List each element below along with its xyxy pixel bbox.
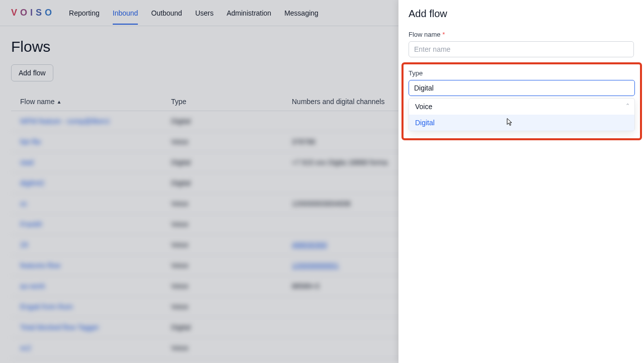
add-flow-panel: Add flow Flow name * Type Digital ⌃ Voic… [398,0,644,363]
type-highlight: Type Digital ⌃ Voice Digital [401,62,642,140]
type-option-digital[interactable]: Digital [409,115,634,131]
type-select-control[interactable]: Digital [409,80,635,96]
panel-title: Add flow [409,8,634,20]
flow-name-label: Flow name * [409,31,634,38]
type-dropdown: Voice Digital [409,98,635,131]
cursor-icon [506,118,514,129]
type-select: Digital ⌃ Voice Digital [409,80,635,131]
type-select-value: Digital [414,84,434,92]
type-option-voice[interactable]: Voice [409,99,634,115]
type-label: Type [409,69,635,77]
flow-name-input[interactable] [409,41,634,57]
